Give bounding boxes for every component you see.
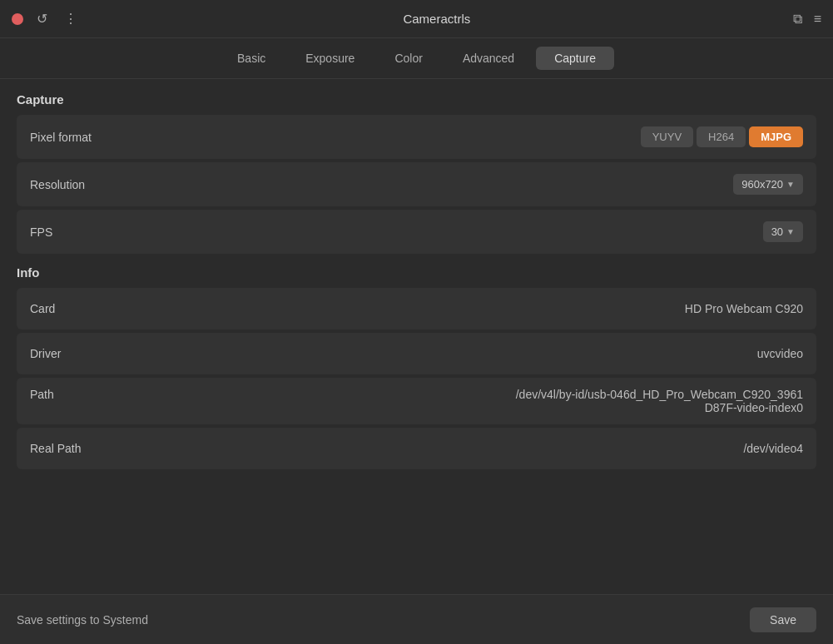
tab-color[interactable]: Color (376, 47, 440, 70)
driver-value: uvcvideo (757, 347, 803, 360)
info-section: Info Card HD Pro Webcam C920 Driver uvcv… (17, 265, 816, 469)
fps-row: FPS 30 ▼ (17, 210, 816, 254)
pixel-format-label: Pixel format (30, 131, 92, 144)
titlebar-controls: ↺ ⋮ (12, 11, 81, 27)
path-row: Path /dev/v4l/by-id/usb-046d_HD_Pro_Webc… (17, 378, 816, 424)
driver-label: Driver (30, 347, 61, 360)
card-row: Card HD Pro Webcam C920 (17, 288, 816, 329)
driver-row: Driver uvcvideo (17, 333, 816, 374)
card-label: Card (30, 302, 55, 315)
realpath-value: /dev/video4 (743, 442, 803, 455)
resolution-label: Resolution (30, 178, 85, 191)
titlebar: ↺ ⋮ Cameractrls ⧉ ≡ (0, 0, 833, 38)
path-value: /dev/v4l/by-id/usb-046d_HD_Pro_Webcam_C9… (516, 388, 803, 414)
tab-exposure[interactable]: Exposure (287, 47, 373, 70)
resolution-dropdown[interactable]: 960x720 ▼ (733, 174, 803, 195)
refresh-button[interactable]: ↺ (33, 11, 51, 27)
fps-value: 30 (771, 225, 783, 238)
fps-dropdown[interactable]: 30 ▼ (763, 221, 803, 242)
main-content: Capture Pixel format YUYV H264 MJPG Reso… (0, 79, 833, 587)
titlebar-right: ⧉ ≡ (793, 12, 821, 26)
tab-capture[interactable]: Capture (536, 47, 614, 70)
realpath-label: Real Path (30, 442, 81, 455)
tab-basic[interactable]: Basic (219, 47, 284, 70)
resolution-chevron-icon: ▼ (786, 180, 795, 189)
realpath-row: Real Path /dev/video4 (17, 428, 816, 469)
pixel-format-row: Pixel format YUYV H264 MJPG (17, 115, 816, 159)
fps-label: FPS (30, 225, 52, 239)
more-button[interactable]: ⋮ (61, 11, 81, 27)
fmt-h264-button[interactable]: H264 (697, 126, 746, 147)
fmt-mjpg-button[interactable]: MJPG (749, 126, 803, 147)
bottom-bar: Save settings to Systemd Save (0, 594, 833, 644)
pixel-format-buttons: YUYV H264 MJPG (641, 126, 803, 147)
path-label: Path (30, 388, 54, 401)
tabbar: Basic Exposure Color Advanced Capture (0, 38, 833, 79)
card-value: HD Pro Webcam C920 (685, 302, 803, 315)
tab-advanced[interactable]: Advanced (444, 47, 533, 70)
save-settings-label: Save settings to Systemd (17, 613, 148, 627)
resolution-value: 960x720 (741, 178, 783, 191)
window-button[interactable]: ⧉ (793, 12, 802, 26)
fmt-yuyv-button[interactable]: YUYV (641, 126, 693, 147)
hamburger-button[interactable]: ≡ (814, 12, 821, 26)
save-button[interactable]: Save (750, 607, 816, 632)
info-section-title: Info (17, 265, 816, 280)
capture-section-title: Capture (17, 92, 816, 107)
resolution-row: Resolution 960x720 ▼ (17, 162, 816, 206)
fps-chevron-icon: ▼ (786, 227, 795, 236)
app-title: Cameractrls (81, 12, 793, 26)
close-button[interactable] (12, 13, 23, 25)
